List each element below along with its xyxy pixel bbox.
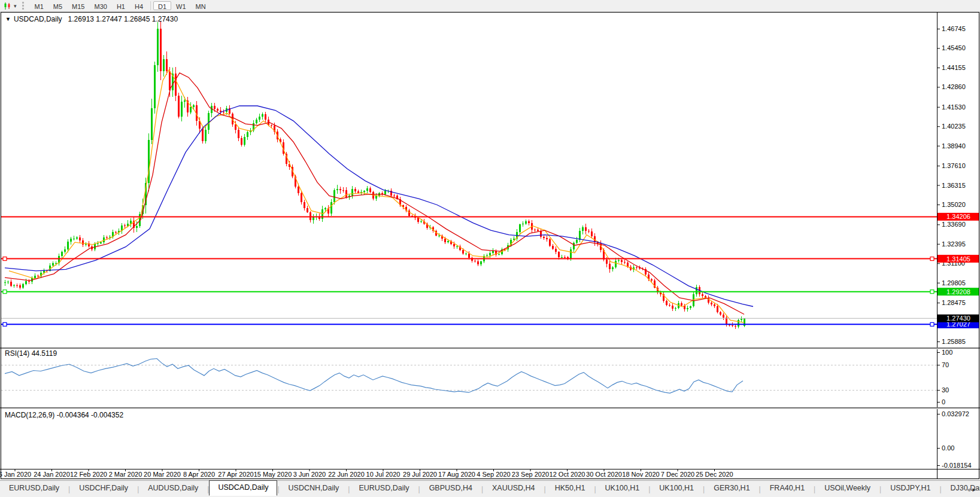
svg-text:1.44155: 1.44155: [942, 64, 966, 71]
svg-text:6 Jan 2020: 6 Jan 2020: [0, 471, 31, 478]
chart-tab-usoil-weekly[interactable]: USOil,Weekly: [815, 481, 879, 496]
svg-text:23 Sep 2020: 23 Sep 2020: [512, 471, 549, 478]
chart-tab-usdcnh-daily[interactable]: USDCNH,Daily: [280, 481, 348, 496]
svg-text:100: 100: [942, 349, 952, 356]
timeframe-button-m15[interactable]: M15: [67, 1, 89, 10]
chart-tab-uk100-h1[interactable]: UK100,H1: [596, 481, 649, 496]
svg-text:27 Apr 2020: 27 Apr 2020: [218, 471, 253, 478]
timeframe-button-d1[interactable]: D1: [153, 1, 171, 10]
timeframe-button-m1[interactable]: M1: [30, 1, 48, 10]
tab-scroll-right-icon[interactable]: ▸: [972, 486, 978, 493]
chart-tab-hk50-h1[interactable]: HK50,H1: [546, 481, 594, 496]
svg-text:70: 70: [942, 361, 949, 368]
top-toolbar: ▾ M1M5M15M30H1H4D1W1MN: [0, 0, 980, 12]
svg-text:30: 30: [942, 386, 949, 394]
svg-text:4 Sep 2020: 4 Sep 2020: [477, 471, 510, 478]
svg-text:1.37610: 1.37610: [942, 162, 966, 169]
svg-text:0.032972: 0.032972: [942, 410, 969, 417]
svg-text:1.34206: 1.34206: [946, 213, 970, 220]
svg-text:29 Jul 2020: 29 Jul 2020: [403, 471, 437, 478]
collapse-arrow-icon[interactable]: ▼: [5, 16, 11, 22]
svg-text:-0.018154: -0.018154: [942, 462, 972, 469]
chart-type-button[interactable]: ▾: [1, 1, 19, 11]
svg-text:8 Apr 2020: 8 Apr 2020: [183, 471, 215, 478]
chart-ohlc-values: 1.26913 1.27447 1.26845 1.27430: [68, 15, 178, 23]
svg-text:1.29805: 1.29805: [942, 279, 966, 286]
svg-text:1.38940: 1.38940: [942, 142, 966, 150]
svg-text:12 Feb 2020: 12 Feb 2020: [70, 471, 107, 478]
timeframe-button-mn[interactable]: MN: [191, 1, 211, 10]
svg-text:1.31405: 1.31405: [946, 255, 970, 263]
chart-tab-usdcad-daily[interactable]: USDCAD,Daily: [209, 480, 277, 496]
svg-text:10 Jul 2020: 10 Jul 2020: [366, 471, 401, 478]
mt4-terminal-window: { "toolbar": { "chart_icon": "candlestic…: [0, 0, 980, 497]
chevron-down-icon: ▾: [14, 3, 17, 9]
macd-label: MACD(12,26,9) -0.004364 -0.004352: [5, 411, 123, 419]
chart-tab-usdchf-daily[interactable]: USDCHF,Daily: [70, 481, 137, 496]
svg-text:1.33690: 1.33690: [942, 221, 966, 228]
price-badge-1.29208: 1.29208: [937, 288, 979, 295]
tab-scroll-arrows[interactable]: ◂▸: [967, 486, 978, 493]
price-badge-1.27430: 1.27430: [937, 315, 979, 322]
svg-text:1.41530: 1.41530: [942, 103, 966, 111]
svg-text:1.25885: 1.25885: [942, 338, 966, 345]
timeframe-button-m5[interactable]: M5: [48, 1, 67, 10]
chart-title-bar: ▼USDCAD,Daily1.26913 1.27447 1.26845 1.2…: [5, 15, 178, 23]
svg-text:1.42860: 1.42860: [942, 83, 966, 90]
toolbar-separator: [150, 1, 151, 10]
svg-text:1.29208: 1.29208: [946, 288, 970, 295]
timeframe-button-group: M1M5M15M30H1H4D1W1MN: [30, 1, 211, 10]
timeframe-button-h1[interactable]: H1: [112, 1, 130, 10]
svg-text:17 Aug 2020: 17 Aug 2020: [438, 471, 475, 478]
svg-text:12 Oct 2020: 12 Oct 2020: [550, 471, 585, 478]
svg-text:24 Jan 2020: 24 Jan 2020: [34, 471, 70, 478]
chart-tab-xauusd-h4[interactable]: XAUUSD,H4: [483, 481, 544, 496]
chart-tab-fra40-h1[interactable]: FRA40,H1: [761, 481, 814, 496]
timeframe-button-m30[interactable]: M30: [90, 1, 112, 10]
chart-tab-eurusd-daily[interactable]: EURUSD,Daily: [0, 481, 68, 496]
candlestick-chart-icon: [3, 2, 13, 10]
svg-text:0.00: 0.00: [942, 444, 954, 452]
price-badge-1.31405: 1.31405: [937, 255, 979, 263]
svg-text:7 Dec 2020: 7 Dec 2020: [661, 471, 694, 478]
svg-text:30 Oct 2020: 30 Oct 2020: [586, 471, 622, 478]
svg-text:18 Nov 2020: 18 Nov 2020: [622, 471, 659, 478]
svg-text:2 Mar 2020: 2 Mar 2020: [109, 471, 142, 478]
svg-text:1.40235: 1.40235: [942, 123, 966, 130]
svg-text:1.28475: 1.28475: [942, 299, 966, 306]
timeframe-button-w1[interactable]: W1: [171, 1, 191, 10]
svg-text:20 Mar 2020: 20 Mar 2020: [144, 471, 181, 478]
chart-tab-ger30-h1[interactable]: GER30,H1: [705, 481, 758, 496]
chart-tab-usdjpy-h1[interactable]: USDJPY,H1: [881, 481, 939, 496]
chart-tab-audusd-daily[interactable]: AUDUSD,Daily: [139, 481, 207, 496]
price-badge-1.34206: 1.34206: [937, 213, 979, 221]
svg-text:3 Jun 2020: 3 Jun 2020: [293, 471, 326, 478]
svg-text:1.27430: 1.27430: [946, 315, 970, 322]
symbol-tab-bar: EURUSD,Daily|USDCHF,Daily|AUDUSD,Daily|U…: [0, 480, 980, 496]
svg-text:22 Jun 2020: 22 Jun 2020: [328, 471, 365, 478]
chart-stage: 1.467451.454501.441551.428601.415301.402…: [0, 12, 980, 479]
svg-text:15 May 2020: 15 May 2020: [254, 471, 292, 478]
svg-text:1.32395: 1.32395: [942, 240, 966, 248]
svg-text:1.45450: 1.45450: [942, 44, 966, 51]
chart-tab-uk100-h1[interactable]: UK100,H1: [650, 481, 703, 496]
svg-text:1.35020: 1.35020: [942, 201, 966, 208]
svg-text:1.36315: 1.36315: [942, 182, 966, 189]
svg-text:25 Dec 2020: 25 Dec 2020: [696, 471, 733, 478]
svg-text:1.46745: 1.46745: [942, 25, 966, 32]
toolbar-grip[interactable]: [22, 2, 26, 10]
timeframe-button-h4[interactable]: H4: [130, 1, 148, 10]
rsi-label: RSI(14) 44.5119: [5, 349, 57, 358]
svg-text:0: 0: [942, 398, 945, 405]
chart-symbol-period: USDCAD,Daily: [14, 15, 62, 23]
chart-tab-eurusd-daily[interactable]: EURUSD,Daily: [350, 481, 418, 496]
chart-tab-gbpusd-h4[interactable]: GBPUSD,H4: [420, 481, 481, 496]
